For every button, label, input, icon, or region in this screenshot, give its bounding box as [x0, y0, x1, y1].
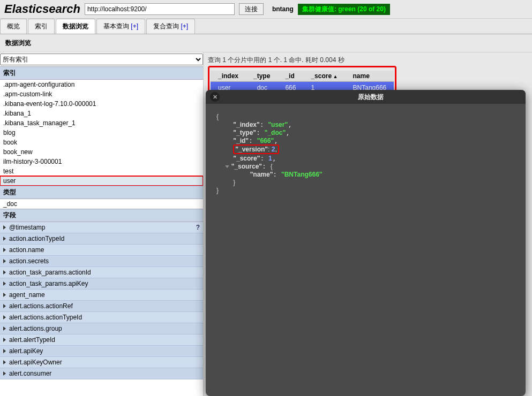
field-item[interactable]: alert.alertTypeId — [0, 334, 203, 346]
col-_index[interactable]: _index — [211, 71, 246, 82]
field-list: @timestamp?action.actionTypeIdaction.nam… — [0, 222, 203, 396]
index-item[interactable]: .apm-agent-configuration — [0, 80, 203, 89]
index-item[interactable]: book — [0, 138, 203, 147]
field-item[interactable]: alert.actions.actionTypeId — [0, 312, 203, 323]
raw-data-popup: ✕ 原始数据 { "_index": "user", "_type": "_do… — [206, 90, 526, 396]
col-_type[interactable]: _type — [246, 71, 278, 82]
collapse-icon[interactable] — [225, 165, 229, 168]
cluster-health-badge: 集群健康值: green (20 of 20) — [298, 4, 390, 15]
expand-icon — [3, 281, 6, 286]
app-logo: Elasticsearch — [4, 2, 80, 16]
field-item[interactable]: agent_name — [0, 290, 203, 301]
main-area: 所有索引 索引 .apm-agent-configuration.apm-cus… — [0, 52, 532, 396]
tab-2[interactable]: 数据浏览 — [56, 19, 95, 34]
field-item[interactable]: action.secrets — [0, 256, 203, 267]
col-_id[interactable]: _id — [278, 71, 303, 82]
expand-icon — [3, 259, 6, 263]
field-item[interactable]: alert.actions.actionRef — [0, 301, 203, 312]
field-item[interactable]: @timestamp? — [0, 222, 203, 233]
index-select[interactable]: 所有索引 — [0, 54, 203, 65]
query-summary: 查询 1 个分片中用的 1 个. 1 命中. 耗时 0.004 秒 — [208, 55, 528, 66]
type-item[interactable]: _doc — [0, 199, 203, 209]
field-item[interactable]: alert.actions.group — [0, 323, 203, 334]
expand-icon — [3, 225, 6, 230]
type-list: _doc — [0, 199, 203, 209]
field-item[interactable]: action_task_params.actionId — [0, 267, 203, 278]
tab-0[interactable]: 概览 — [0, 19, 27, 34]
index-item[interactable]: user — [0, 176, 203, 186]
expand-icon — [3, 371, 6, 376]
field-item[interactable]: action_task_params.apiKey — [0, 278, 203, 290]
index-item[interactable]: .apm-custom-link — [0, 89, 203, 99]
field-item[interactable]: alert.consumer — [0, 368, 203, 379]
index-item[interactable]: ilm-history-3-000001 — [0, 157, 203, 166]
popup-title: 原始数据 — [220, 93, 521, 102]
connect-button[interactable]: 连接 — [239, 3, 264, 15]
expand-icon — [3, 304, 6, 308]
expand-icon — [3, 237, 6, 241]
field-item[interactable]: action.actionTypeId — [0, 233, 203, 245]
tab-1[interactable]: 索引 — [28, 19, 55, 34]
user-label: bntang — [272, 5, 294, 13]
app-header: Elasticsearch 连接 bntang 集群健康值: green (20… — [0, 0, 532, 19]
field-item[interactable]: alert.apiKeyOwner — [0, 357, 203, 368]
content-area: 查询 1 个分片中用的 1 个. 1 命中. 耗时 0.004 秒 _index… — [204, 52, 532, 396]
field-item[interactable]: action.name — [0, 245, 203, 256]
url-input[interactable] — [85, 3, 235, 15]
index-list: .apm-agent-configuration.apm-custom-link… — [0, 80, 203, 186]
sidebar: 所有索引 索引 .apm-agent-configuration.apm-cus… — [0, 52, 204, 396]
index-item[interactable]: .kibana_task_manager_1 — [0, 118, 203, 128]
main-tabs: 概览索引数据浏览基本查询 [+]复合查询 [+] — [0, 19, 532, 34]
index-item[interactable]: .kibana-event-log-7.10.0-000001 — [0, 99, 203, 109]
expand-icon — [3, 248, 6, 252]
section-types: 类型 — [0, 186, 203, 199]
field-item[interactable]: alert.apiKey — [0, 346, 203, 357]
section-fields: 字段 — [0, 209, 203, 222]
expand-icon — [3, 326, 6, 331]
expand-icon — [3, 315, 6, 319]
index-item[interactable]: blog — [0, 128, 203, 138]
index-item[interactable]: book_new — [0, 147, 203, 157]
section-indices: 索引 — [0, 66, 203, 80]
expand-icon — [3, 338, 6, 342]
col-_score[interactable]: _score — [303, 71, 345, 82]
expand-icon — [3, 293, 6, 297]
col-name[interactable]: name — [346, 71, 394, 82]
index-item[interactable]: test — [0, 166, 203, 176]
expand-icon — [3, 270, 6, 275]
help-icon[interactable]: ? — [196, 224, 200, 231]
popup-header: ✕ 原始数据 — [206, 90, 526, 104]
expand-icon — [3, 349, 6, 353]
tab-4[interactable]: 复合查询 [+] — [146, 19, 195, 34]
close-icon[interactable]: ✕ — [210, 92, 220, 102]
tab-3[interactable]: 基本查询 [+] — [96, 19, 145, 34]
expand-icon — [3, 360, 6, 364]
panel-title: 数据浏览 — [0, 34, 532, 52]
json-viewer: { "_index": "user", "_type": "_doc", "_i… — [206, 104, 526, 396]
index-item[interactable]: .kibana_1 — [0, 109, 203, 118]
version-highlight: "_version": 2, — [233, 144, 279, 154]
